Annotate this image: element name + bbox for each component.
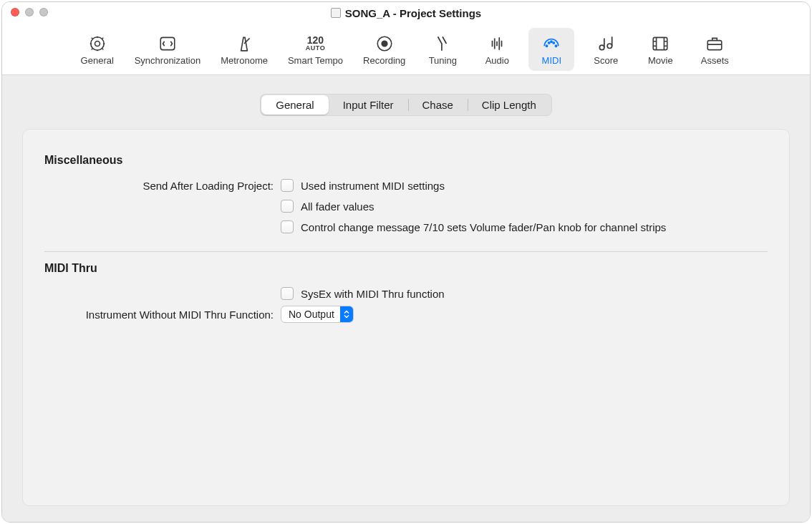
tab-score[interactable]: Score [583,28,629,71]
toolbar: General Synchronization Metronome [2,24,810,75]
checkbox-label: Used instrument MIDI settings [301,180,445,192]
tab-movie[interactable]: Movie [637,28,683,71]
subtab-chase[interactable]: Chase [408,95,468,115]
film-icon [650,34,670,54]
tab-label: Metronome [221,55,268,66]
smart-tempo-icon: 120 AUTO [305,34,325,54]
tab-label: Assets [701,55,729,66]
checkbox-label: Control change message 7/10 sets Volume … [301,221,666,233]
score-icon [596,34,616,54]
stepper-arrows-icon [340,306,353,322]
sync-icon [158,34,178,54]
tab-label: General [81,55,114,66]
metronome-icon [234,34,254,54]
waveform-icon [487,34,507,54]
document-proxy-icon[interactable] [331,8,341,18]
tab-label: Smart Tempo [288,55,343,66]
instrument-select[interactable]: No Output [281,306,354,323]
tab-label: Tuning [429,55,457,66]
content-area: General Input Filter Chase Clip Length M… [2,75,810,522]
project-settings-window: SONG_A - Project Settings General Synchr [1,1,811,523]
zoom-button[interactable] [39,8,48,16]
gear-icon [87,34,107,54]
tab-label: Synchronization [135,55,201,66]
select-value: No Output [289,309,340,320]
tab-metronome[interactable]: Metronome [215,28,274,71]
checkbox-label: SysEx with MIDI Thru function [301,288,445,300]
titlebar: SONG_A - Project Settings [2,2,810,24]
tab-general[interactable]: General [74,28,120,71]
svg-rect-13 [708,41,722,50]
svg-rect-12 [654,37,668,49]
row-sysex: SysEx with MIDI Thru function [44,285,768,302]
row-instrument-without: Instrument Without MIDI Thru Function: N… [44,306,768,323]
tab-recording[interactable]: Recording [357,28,411,71]
tab-midi[interactable]: MIDI [528,28,574,71]
tab-label: Audio [485,55,509,66]
midi-icon [541,34,561,54]
close-button[interactable] [11,8,19,16]
svg-point-10 [600,45,605,49]
minimize-button[interactable] [25,8,34,16]
settings-panel: Miscellaneous Send After Loading Project… [22,129,790,506]
tuning-fork-icon [432,34,453,54]
tab-synchronization[interactable]: Synchronization [129,28,207,71]
tab-label: Score [594,55,618,66]
svg-point-5 [546,45,548,47]
checkbox-cc7-10[interactable] [281,220,294,233]
briefcase-icon [705,34,725,54]
checkbox-used-instrument[interactable] [281,179,294,192]
tab-tuning[interactable]: Tuning [420,28,465,71]
subtab-clip-length[interactable]: Clip Length [468,95,551,115]
row-send-after-1: Send After Loading Project: Used instrum… [44,177,768,194]
misc-title: Miscellaneous [44,154,768,167]
divider [44,251,768,252]
svg-point-8 [556,45,557,47]
tab-smart-tempo[interactable]: 120 AUTO Smart Tempo [282,28,349,71]
checkbox-all-fader[interactable] [281,200,294,213]
row-send-after-2: All fader values [44,198,768,215]
tab-audio[interactable]: Audio [474,28,520,71]
subtab-input-filter[interactable]: Input Filter [329,95,408,115]
subtab-general[interactable]: General [261,95,328,115]
traffic-lights [11,8,48,16]
svg-point-11 [607,44,612,49]
tab-label: Movie [648,55,673,66]
svg-point-1 [90,37,103,50]
title-text: SONG_A - Project Settings [345,7,481,19]
tab-assets[interactable]: Assets [692,28,738,71]
svg-point-6 [548,42,550,44]
tab-label: MIDI [542,55,561,66]
svg-point-7 [553,42,554,44]
instrument-label: Instrument Without MIDI Thru Function: [44,309,281,321]
svg-point-4 [382,41,387,47]
svg-point-9 [551,41,552,42]
checkbox-sysex[interactable] [281,287,294,300]
checkbox-label: All fader values [301,200,374,213]
tab-label: Recording [363,55,405,66]
record-icon [374,34,395,54]
window-title: SONG_A - Project Settings [331,7,481,19]
svg-point-0 [95,42,100,47]
send-after-label: Send After Loading Project: [44,180,281,192]
row-send-after-3: Control change message 7/10 sets Volume … [44,218,768,236]
midithru-title: MIDI Thru [44,262,768,275]
midi-subtabs: General Input Filter Chase Clip Length [260,94,552,116]
